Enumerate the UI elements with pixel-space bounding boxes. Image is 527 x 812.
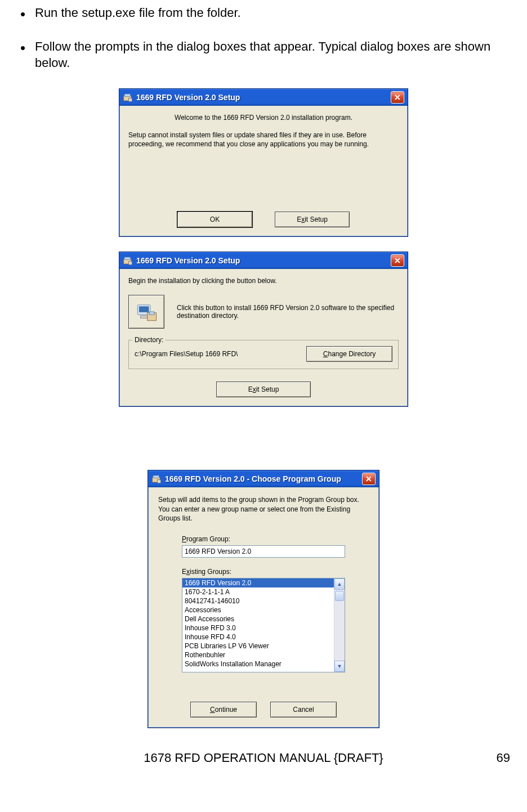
scrollbar[interactable]: ▲ ▼ — [334, 578, 345, 672]
installer-icon — [151, 474, 162, 484]
program-group-label: Program Group: — [182, 535, 345, 543]
install-help-text: Click this button to install 1669 RFD Ve… — [177, 304, 399, 320]
dialog-title: 1669 RFD Version 2.0 Setup — [136, 256, 391, 265]
bullet-item: Follow the prompts in the dialog boxes t… — [20, 38, 510, 71]
welcome-text: Welcome to the 1669 RFD Version 2.0 inst… — [128, 114, 399, 122]
installer-icon — [123, 92, 133, 102]
continue-button[interactable]: Continue — [190, 702, 257, 717]
close-icon[interactable]: ✕ — [362, 473, 376, 485]
svg-rect-5 — [129, 262, 132, 265]
body-text: Setup cannot install system files or upd… — [128, 131, 399, 149]
directory-legend: Directory: — [132, 336, 166, 344]
list-item[interactable]: Inhouse RFD 4.0 — [182, 632, 334, 641]
list-item[interactable]: PCB Libraries LP V6 Viewer — [182, 641, 334, 651]
svg-rect-12 — [153, 475, 159, 478]
svg-rect-10 — [149, 312, 154, 315]
svg-rect-2 — [129, 98, 132, 102]
close-icon[interactable]: ✕ — [391, 254, 404, 267]
existing-groups-label: Existing Groups: — [182, 568, 345, 576]
cancel-button[interactable]: Cancel — [270, 702, 337, 717]
dialog-title: 1669 RFD Version 2.0 - Choose Program Gr… — [165, 474, 362, 483]
dialog-program-group: 1669 RFD Version 2.0 - Choose Program Gr… — [148, 470, 379, 728]
svg-rect-1 — [124, 94, 131, 97]
close-icon[interactable]: ✕ — [391, 91, 404, 104]
exit-setup-button[interactable]: Exit Setup — [216, 382, 311, 397]
ok-button[interactable]: OK — [177, 212, 252, 227]
scroll-down-icon[interactable]: ▼ — [334, 661, 345, 672]
dialog-welcome: 1669 RFD Version 2.0 Setup ✕ Welcome to … — [119, 88, 408, 237]
existing-groups-listbox[interactable]: 1669 RFD Version 2.01670-2-1-1-1 A804127… — [182, 578, 345, 672]
titlebar: 1669 RFD Version 2.0 Setup ✕ — [119, 89, 408, 106]
svg-rect-7 — [139, 307, 149, 313]
footer-text: 1678 RFD OPERATION MANUAL {DRAFT} — [144, 751, 383, 765]
scroll-up-icon[interactable]: ▲ — [334, 578, 345, 590]
list-item[interactable]: 80412741-146010 — [182, 596, 334, 605]
list-item[interactable]: SolidWorks Installation Manager — [182, 660, 334, 669]
dialog-title: 1669 RFD Version 2.0 Setup — [136, 93, 391, 102]
list-item[interactable]: Rothenbuhler — [182, 651, 334, 660]
svg-rect-4 — [124, 257, 131, 260]
svg-rect-13 — [158, 480, 161, 483]
program-group-input[interactable] — [182, 545, 345, 558]
exit-setup-button[interactable]: Exit Setup — [275, 212, 350, 227]
scroll-thumb[interactable] — [335, 591, 344, 601]
installer-icon — [123, 255, 133, 266]
bullet-item: Run the setup.exe file from the folder. — [20, 5, 510, 21]
list-item[interactable]: 1669 RFD Version 2.0 — [182, 578, 334, 587]
list-item[interactable]: 1670-2-1-1-1 A — [182, 587, 334, 596]
dialog-install: 1669 RFD Version 2.0 Setup ✕ Begin the i… — [119, 252, 408, 407]
begin-text: Begin the installation by clicking the b… — [128, 277, 399, 285]
list-item[interactable]: Accessories — [182, 605, 334, 614]
list-item[interactable]: Dell Accessories — [182, 614, 334, 623]
directory-group: Directory: c:\Program Files\Setup 1669 R… — [128, 340, 399, 369]
list-item[interactable]: Inhouse RFD 3.0 — [182, 623, 334, 632]
change-directory-button[interactable]: Change Directory — [306, 346, 392, 362]
titlebar: 1669 RFD Version 2.0 - Choose Program Gr… — [148, 470, 379, 487]
svg-rect-8 — [141, 316, 148, 318]
install-big-button[interactable] — [128, 295, 164, 329]
titlebar: 1669 RFD Version 2.0 Setup ✕ — [119, 252, 408, 269]
page-number: 69 — [497, 751, 510, 765]
intro-text: Setup will add items to the group shown … — [158, 495, 369, 523]
directory-path: c:\Program Files\Setup 1669 RFD\ — [135, 350, 238, 358]
